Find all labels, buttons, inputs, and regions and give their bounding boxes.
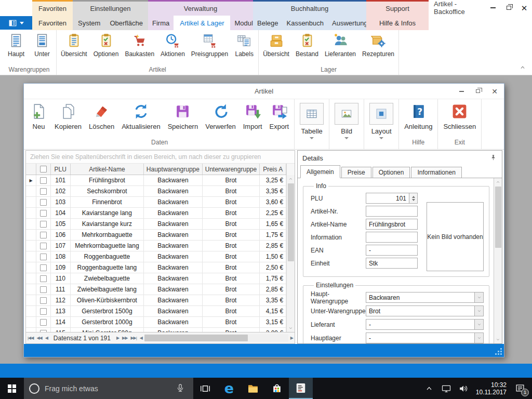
ribbon-button-uebersicht[interactable]: Übersicht <box>260 33 292 58</box>
next-page-button[interactable]: ▶▶ <box>121 336 129 340</box>
minimize-button[interactable] <box>485 0 501 16</box>
dropdown-unter-warengruppe[interactable]: Brot <box>366 305 484 316</box>
toolbar-button-bild[interactable]: Bild <box>331 103 362 139</box>
toolbar-button-import[interactable]: Import <box>240 103 266 130</box>
hscroll-right-button[interactable]: ▶ <box>289 336 295 340</box>
ribbon-collapse-button[interactable] <box>520 65 527 71</box>
toolbar-button-speichern[interactable]: Speichern <box>164 103 202 130</box>
artikel-close-button[interactable]: ✕ <box>487 86 502 97</box>
dropdown-button[interactable] <box>474 320 483 329</box>
clock[interactable]: 10:32 10.11.2017 <box>474 381 509 396</box>
artikel-maximize-button[interactable] <box>471 86 485 97</box>
ribbon-button-haupt[interactable]: Haupt <box>3 33 29 58</box>
details-tab-preise[interactable]: Preise <box>341 167 371 178</box>
toolbar-button-loeschen[interactable]: Löschen <box>85 103 118 130</box>
restore-button[interactable] <box>501 0 516 16</box>
ribbon-button-preisgruppen[interactable]: Preisgruppen <box>188 33 231 58</box>
row-select-cell[interactable] <box>36 328 51 332</box>
table-row[interactable]: 108RoggenbaguetteBackwarenBrot1,50 € <box>26 251 286 262</box>
task-view-button[interactable] <box>193 378 217 399</box>
ribbon-button-optionen[interactable]: Optionen <box>90 33 122 58</box>
dropdown-hauptlager[interactable]: - <box>366 332 484 343</box>
prev-page-button[interactable]: ◀◀ <box>35 336 43 340</box>
start-button[interactable] <box>0 378 24 399</box>
table-row[interactable]: 109Roggenbaguette langBackwarenBrot2,50 … <box>26 262 286 273</box>
row-select-cell[interactable] <box>36 241 51 251</box>
row-select-cell[interactable] <box>36 295 51 305</box>
table-row[interactable]: ▶101FrühlingsbrotBackwarenBrot3,25 € <box>26 175 286 186</box>
row-select-cell[interactable] <box>36 317 51 327</box>
next-record-button[interactable]: ▶ <box>115 336 121 340</box>
details-tab-informationen[interactable]: Informationen <box>411 167 461 178</box>
table-row[interactable]: 102SechskornbrotBackwarenBrot3,35 € <box>26 186 286 197</box>
scrollbar-thumb[interactable] <box>144 335 248 341</box>
column-header-unterwarengruppe[interactable]: Unterwarengruppe <box>203 164 260 175</box>
ribbon-button-lieferanten[interactable]: Lieferanten <box>322 33 359 58</box>
hscroll-left-button[interactable]: ◀ <box>138 336 144 340</box>
tab-system[interactable]: System <box>74 16 104 30</box>
ribbon-button-baukasten[interactable]: Baukasten <box>122 33 157 58</box>
select-all-header[interactable] <box>36 164 51 175</box>
row-select-cell[interactable] <box>36 284 51 295</box>
table-row[interactable]: 112Oliven-KürbiskernbrotBackwarenBrot3,3… <box>26 295 286 306</box>
backoffice-app-button[interactable] <box>289 378 313 399</box>
toolbar-button-kopieren[interactable]: Kopieren <box>51 103 85 130</box>
row-select-cell[interactable] <box>36 306 51 316</box>
edge-button[interactable]: e <box>217 378 241 399</box>
ean-field[interactable] <box>366 245 418 256</box>
toolbar-button-tabelle[interactable]: Tabelle <box>296 103 327 139</box>
row-select-cell[interactable] <box>36 175 51 185</box>
dropdown-button[interactable] <box>474 306 483 316</box>
app-menu-button[interactable] <box>0 16 32 30</box>
table-row[interactable]: 114Gersterbrot 1000gBackwarenBrot3,15 € <box>26 317 286 328</box>
scroll-down-button[interactable] <box>287 324 295 332</box>
table-row[interactable]: 110ZwiebelbaguetteBackwarenBrot1,75 € <box>26 273 286 284</box>
column-header-hauptwarengruppe[interactable]: Hauptwarengruppe <box>144 164 203 175</box>
toolbar-button-schliessen[interactable]: Schliessen <box>440 103 480 130</box>
ribbon-button-labels[interactable]: Labels <box>231 33 257 58</box>
volume-button[interactable] <box>457 382 470 395</box>
einheit-field[interactable] <box>366 258 418 269</box>
artikelname-field[interactable] <box>366 219 418 230</box>
row-select-cell[interactable] <box>36 230 51 240</box>
column-header-artikel-name[interactable]: Artikel-Name <box>71 164 144 175</box>
horizontal-scrollbar[interactable] <box>144 334 288 342</box>
toolbar-button-export[interactable]: Export <box>266 103 293 130</box>
details-tab-optionen[interactable]: Optionen <box>373 167 410 178</box>
ribbon-button-bestand[interactable]: Bestand <box>292 33 322 58</box>
table-row[interactable]: 107Mehrkornbaguette langBackwarenBrot2,8… <box>26 241 286 251</box>
row-select-cell[interactable] <box>36 262 51 273</box>
artikel-minimize-button[interactable] <box>454 86 469 97</box>
ribbon-button-unter[interactable]: Unter <box>29 33 55 58</box>
table-row[interactable]: 103FinnenbrotBackwarenBrot3,60 € <box>26 197 286 208</box>
artikelnr-field[interactable] <box>366 206 418 217</box>
cortana-search-box[interactable]: Frag mich etwas <box>24 378 193 399</box>
row-select-cell[interactable] <box>36 219 51 229</box>
pin-button[interactable] <box>490 154 497 162</box>
row-select-cell[interactable] <box>36 197 51 207</box>
row-select-cell[interactable] <box>36 251 51 262</box>
dropdown-button[interactable] <box>474 292 483 302</box>
microphone-button[interactable] <box>172 383 188 394</box>
table-row[interactable]: 113Gersterbrot 1500gBackwarenBrot4,15 € <box>26 306 286 317</box>
network-button[interactable] <box>440 382 453 395</box>
vertical-scrollbar[interactable] <box>286 164 295 332</box>
scrollbar-thumb[interactable] <box>495 187 501 248</box>
table-row[interactable]: 106MehrkornbaguetteBackwarenBrot1,75 € <box>26 230 286 241</box>
toolbar-button-neu[interactable]: Neu <box>26 103 51 130</box>
last-record-button[interactable]: ▶▶| <box>129 336 138 340</box>
action-center-button[interactable]: 1 <box>512 381 528 396</box>
ribbon-button-aktionen[interactable]: Aktionen <box>157 33 188 58</box>
tab-belege[interactable]: Belege <box>253 16 282 30</box>
resize-grip[interactable] <box>500 353 502 355</box>
ribbon-button-rezepturen[interactable]: Rezepturen <box>359 33 397 58</box>
scroll-up-button[interactable] <box>287 175 295 183</box>
tab-oberflaeche[interactable]: Oberfläche <box>105 16 147 30</box>
column-header-plu[interactable]: PLU <box>51 164 71 175</box>
dropdown-button[interactable] <box>474 333 483 343</box>
table-row[interactable]: 105Kaviarstange kurzBackwarenBrot1,65 € <box>26 219 286 230</box>
scroll-down-button[interactable] <box>494 336 502 343</box>
tab-artikel-und-lager[interactable]: Artikel & Lager <box>174 16 230 30</box>
toolbar-button-aktualisieren[interactable]: Aktualisieren <box>118 103 164 130</box>
toolbar-button-anleitung[interactable]: Anleitung <box>401 103 436 130</box>
